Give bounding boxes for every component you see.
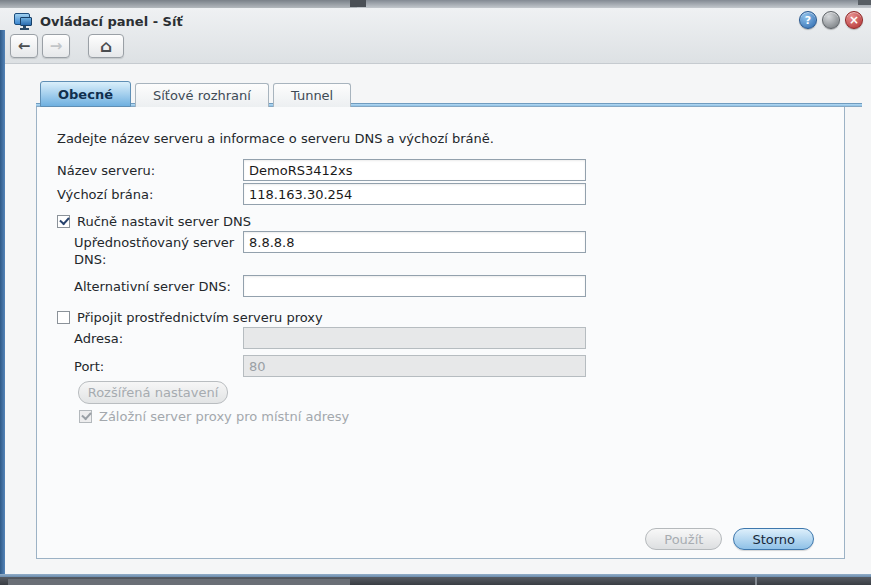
- default-gateway-input[interactable]: [243, 183, 586, 205]
- tab-bar: Obecné Síťové rozhraní Tunnel: [40, 81, 351, 107]
- background-window-edge: [0, 0, 357, 8]
- window-title: Ovládací panel - Síť: [40, 14, 183, 29]
- background-separator: [755, 577, 757, 585]
- proxy-address-input: [243, 327, 586, 349]
- server-name-input[interactable]: [243, 159, 586, 181]
- alternative-dns-input[interactable]: [243, 275, 586, 297]
- proxy-backup-label: Záložní server proxy pro místní adresy: [99, 409, 349, 424]
- minimize-button[interactable]: [822, 11, 840, 29]
- control-panel-icon: [14, 13, 33, 30]
- apply-button: Použít: [645, 528, 722, 550]
- server-name-label: Název serveru:: [57, 159, 243, 179]
- form-description: Zadejte název serveru a informace o serv…: [57, 131, 817, 146]
- window-left-border: [0, 30, 5, 577]
- advanced-settings-button: Rozšířená nastavení: [78, 381, 228, 404]
- default-gateway-label: Výchozí brána:: [57, 183, 243, 203]
- tab-network-interface[interactable]: Síťové rozhraní: [135, 83, 269, 107]
- tab-general[interactable]: Obecné: [40, 81, 131, 107]
- proxy-connect-label: Připojit prostřednictvím serveru proxy: [77, 310, 323, 325]
- back-arrow-icon: ←: [18, 37, 31, 55]
- window-top-edge: [0, 0, 871, 8]
- help-button[interactable]: ?: [799, 11, 817, 29]
- background-corner-notch: [858, 0, 871, 5]
- proxy-address-label: Adresa:: [74, 327, 243, 347]
- preferred-dns-label: Upřednostňovaný server DNS:: [74, 231, 243, 268]
- proxy-connect-checkbox[interactable]: [57, 311, 70, 324]
- proxy-port-label: Port:: [74, 355, 243, 375]
- forward-arrow-icon: →: [50, 37, 63, 55]
- back-button[interactable]: ←: [10, 34, 38, 58]
- cancel-button[interactable]: Storno: [733, 528, 814, 550]
- desktop-taskbar-strip: [0, 577, 871, 585]
- close-button[interactable]: ×: [845, 11, 863, 29]
- alternative-dns-label: Alternativní server DNS:: [74, 275, 243, 295]
- proxy-backup-checkbox: [79, 410, 92, 423]
- proxy-port-input: [243, 355, 586, 377]
- manual-dns-label: Ručně nastavit server DNS: [77, 214, 251, 229]
- tab-tunnel[interactable]: Tunnel: [273, 83, 351, 107]
- background-window-strip: [8, 579, 350, 585]
- desktop: Ovládací panel - Síť ? × ← → ⌂ Obecné Sí…: [0, 0, 871, 585]
- forward-button[interactable]: →: [42, 34, 70, 58]
- home-icon: ⌂: [100, 36, 112, 56]
- preferred-dns-input[interactable]: [243, 231, 586, 253]
- general-settings-panel: Zadejte název serveru a informace o serv…: [36, 107, 845, 559]
- background-tab-notch: [350, 0, 366, 7]
- home-button[interactable]: ⌂: [88, 34, 124, 58]
- manual-dns-checkbox[interactable]: [57, 215, 70, 228]
